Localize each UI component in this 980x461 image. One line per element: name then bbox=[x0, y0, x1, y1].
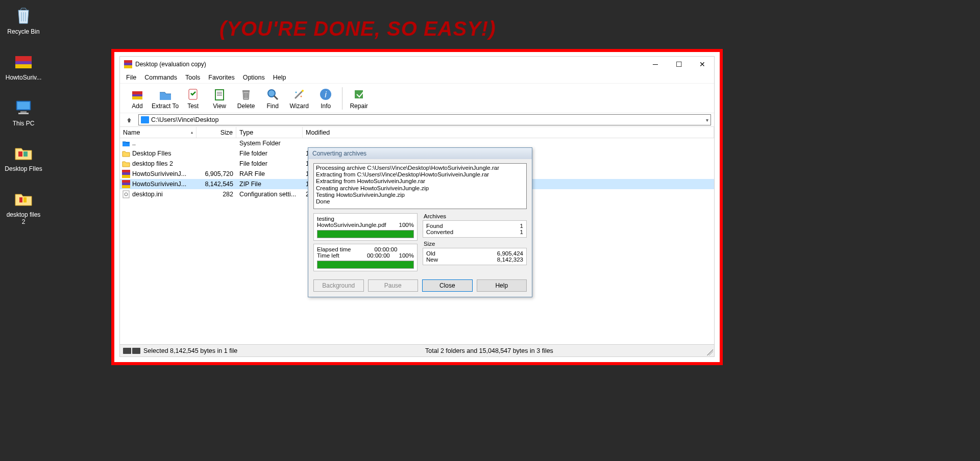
folder-icon bbox=[12, 141, 35, 164]
toolbar-repair[interactable]: Repair bbox=[346, 85, 372, 112]
toolbar-wizard[interactable]: Wizard bbox=[286, 85, 312, 112]
svg-rect-14 bbox=[132, 91, 142, 94]
svg-rect-10 bbox=[23, 197, 27, 202]
testing-pct: 100% bbox=[399, 222, 414, 228]
svg-rect-13 bbox=[124, 65, 132, 68]
folder-icon bbox=[122, 149, 130, 158]
toolbar-view[interactable]: View bbox=[206, 85, 233, 112]
svg-rect-15 bbox=[132, 94, 142, 96]
svg-point-24 bbox=[301, 95, 302, 97]
size-box: Old6,905,424 New8,142,323 bbox=[423, 248, 527, 265]
svg-rect-34 bbox=[122, 185, 130, 188]
desktop-icon-rar-file[interactable]: HowtoSuriv... bbox=[4, 50, 43, 82]
menu-favorites[interactable]: Favorites bbox=[205, 73, 237, 82]
resize-grip[interactable] bbox=[707, 349, 713, 355]
svg-rect-32 bbox=[122, 180, 130, 183]
column-size[interactable]: Size bbox=[197, 127, 236, 138]
testing-field: testing HowtoSuriviveinJungle.pdf 100% bbox=[313, 213, 418, 241]
toolbar-extract-to[interactable]: Extract To bbox=[151, 85, 180, 112]
pause-button: Pause bbox=[368, 279, 419, 292]
desktop-icon-recycle-bin[interactable]: Recycle Bin bbox=[4, 4, 43, 36]
dialog-title[interactable]: Converting archives bbox=[308, 148, 532, 159]
desktop-icon-label: Desktop FIles bbox=[5, 166, 42, 173]
menu-tools[interactable]: Tools bbox=[182, 73, 203, 82]
up-button[interactable] bbox=[123, 114, 135, 125]
window-controls: ─ ☐ ✕ bbox=[644, 57, 714, 72]
winrar-window: Desktop (evaluation copy) ─ ☐ ✕ File Com… bbox=[119, 56, 715, 357]
add-icon bbox=[130, 87, 144, 101]
testing-progress bbox=[317, 230, 414, 238]
svg-rect-8 bbox=[23, 151, 28, 157]
archives-box: Found1 Converted1 bbox=[423, 220, 527, 238]
archives-label: Archives bbox=[423, 213, 527, 220]
delete-icon bbox=[239, 87, 253, 101]
repair-icon bbox=[352, 87, 366, 101]
column-headers: Name▴ Size Type Modified bbox=[120, 127, 714, 138]
svg-rect-9 bbox=[19, 197, 22, 202]
toolbar-add[interactable]: Add bbox=[124, 85, 151, 112]
toolbar-find[interactable]: Find bbox=[259, 85, 286, 112]
find-icon bbox=[265, 87, 280, 101]
size-label: Size bbox=[423, 241, 527, 248]
column-type[interactable]: Type bbox=[236, 127, 303, 138]
svg-rect-31 bbox=[122, 175, 130, 178]
zip-icon bbox=[122, 180, 130, 188]
recycle-bin-icon bbox=[12, 4, 35, 27]
menu-options[interactable]: Options bbox=[240, 73, 268, 82]
wizard-icon bbox=[292, 87, 306, 101]
menu-commands[interactable]: Commands bbox=[141, 73, 180, 82]
log-output[interactable]: Processing archive C:\Users\Vince\Deskto… bbox=[313, 163, 527, 209]
svg-rect-2 bbox=[15, 64, 32, 68]
close-button[interactable]: ✕ bbox=[691, 57, 714, 72]
titlebar[interactable]: Desktop (evaluation copy) ─ ☐ ✕ bbox=[120, 57, 714, 72]
chevron-down-icon[interactable]: ▾ bbox=[706, 117, 708, 123]
menu-file[interactable]: File bbox=[123, 73, 139, 82]
converting-dialog: Converting archives Processing archive C… bbox=[308, 147, 532, 297]
svg-rect-29 bbox=[122, 170, 130, 172]
highlight-frame: Desktop (evaluation copy) ─ ☐ ✕ File Com… bbox=[111, 49, 723, 365]
column-name[interactable]: Name▴ bbox=[120, 127, 197, 138]
dialog-buttons: Background Pause Close Help bbox=[313, 279, 527, 292]
svg-rect-16 bbox=[132, 96, 142, 99]
address-text: C:\Users\Vince\Desktop bbox=[151, 116, 218, 123]
svg-rect-12 bbox=[124, 63, 132, 65]
svg-rect-6 bbox=[18, 113, 29, 114]
test-icon bbox=[186, 87, 200, 101]
time-field: Elapsed time00:00:00 Time left00:00:0010… bbox=[313, 244, 418, 271]
menu-help[interactable]: Help bbox=[270, 73, 289, 82]
desktop-icon-this-pc[interactable]: This PC bbox=[4, 96, 43, 127]
minimize-button[interactable]: ─ bbox=[644, 57, 667, 72]
status-icons bbox=[123, 348, 140, 354]
toolbar-delete[interactable]: Delete bbox=[233, 85, 259, 112]
file-row[interactable]: ..System Folder bbox=[120, 138, 714, 148]
desktop-icon-label: Recycle Bin bbox=[7, 29, 39, 36]
close-dialog-button[interactable]: Close bbox=[422, 279, 473, 292]
background-button: Background bbox=[313, 279, 364, 292]
svg-rect-7 bbox=[18, 151, 22, 157]
svg-text:i: i bbox=[325, 90, 327, 99]
address-input[interactable]: C:\Users\Vince\Desktop ▾ bbox=[138, 114, 711, 125]
svg-point-23 bbox=[296, 91, 297, 93]
toolbar-info[interactable]: iInfo bbox=[312, 85, 339, 112]
desktop-icon-folder-2[interactable]: desktop files 2 bbox=[4, 187, 43, 226]
maximize-button[interactable]: ☐ bbox=[667, 57, 691, 72]
statusbar: Selected 8,142,545 bytes in 1 file Total… bbox=[120, 344, 714, 356]
svg-rect-4 bbox=[17, 102, 30, 109]
folder-icon bbox=[12, 187, 35, 210]
column-modified[interactable]: Modified bbox=[303, 127, 714, 138]
ini-icon bbox=[122, 190, 130, 198]
winrar-app-icon bbox=[124, 60, 132, 68]
help-button[interactable]: Help bbox=[477, 279, 527, 292]
toolbar-test[interactable]: Test bbox=[180, 85, 206, 112]
svg-rect-0 bbox=[15, 56, 32, 61]
desktop-icon-label: This PC bbox=[13, 120, 35, 127]
svg-rect-1 bbox=[15, 61, 32, 64]
folder-up-icon bbox=[122, 139, 130, 147]
svg-point-21 bbox=[268, 90, 275, 97]
desktop-icon-folder-1[interactable]: Desktop FIles bbox=[4, 141, 43, 173]
info-icon: i bbox=[318, 87, 333, 101]
desktop-icons: Recycle Bin HowtoSuriv... This PC Deskto… bbox=[4, 4, 43, 226]
toolbar: Add Extract To Test View Delete Find Wiz… bbox=[120, 83, 714, 113]
rar-file-icon bbox=[12, 50, 35, 72]
overlay-heading: (YOU'RE DONE, SO EASY!) bbox=[219, 17, 496, 40]
